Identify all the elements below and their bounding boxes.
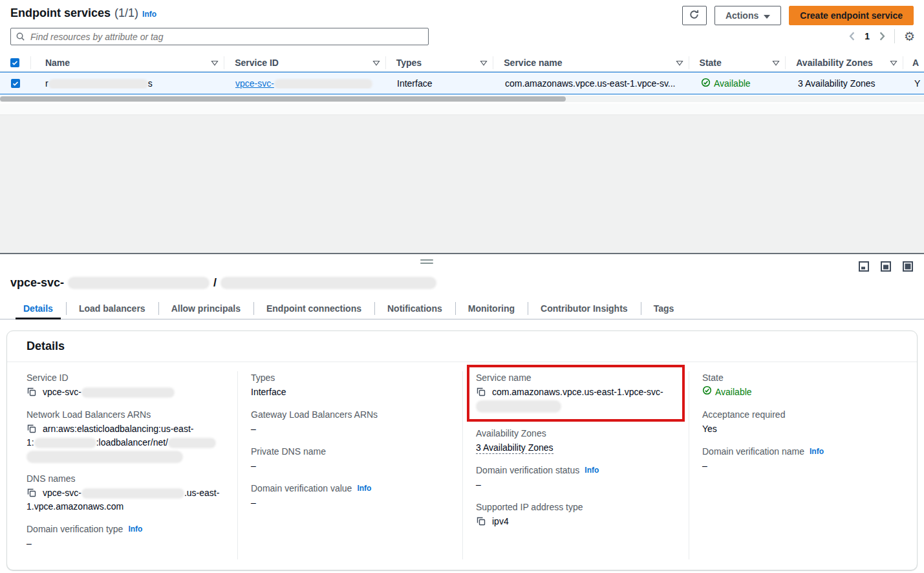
availability-zones-link[interactable]: 3 Availability Zones xyxy=(798,78,876,89)
next-page-icon[interactable] xyxy=(879,32,885,41)
field-acceptance-required: Acceptance required Yes xyxy=(702,408,904,436)
status-badge: Available xyxy=(701,78,751,89)
copy-icon[interactable] xyxy=(27,488,37,498)
service-id-link[interactable]: vpce-svc- xyxy=(235,78,372,89)
select-all-checkbox[interactable] xyxy=(10,58,19,67)
redacted-text xyxy=(69,278,208,288)
tab-notifications[interactable]: Notifications xyxy=(374,298,455,319)
redacted-text xyxy=(83,490,183,497)
column-header-service-name[interactable]: Service name xyxy=(493,56,689,69)
cell-name: rs xyxy=(31,78,225,89)
preferences-gear-icon[interactable]: ⚙ xyxy=(904,30,915,43)
field-glb-arns: Gateway Load Balancers ARNs – xyxy=(251,408,449,436)
scrollbar-thumb[interactable] xyxy=(0,96,566,102)
split-panel-drag-handle[interactable] xyxy=(420,259,433,266)
copy-icon[interactable] xyxy=(27,424,37,434)
cell-availability-zones: 3 Availability Zones xyxy=(788,78,905,89)
tab-load-balancers[interactable]: Load balancers xyxy=(66,298,158,319)
result-count: (1/1) xyxy=(114,6,138,20)
table-row: rs vpce-svc- Interface com.amazonaws.vpc… xyxy=(0,72,924,94)
availability-zones-link[interactable]: 3 Availability Zones xyxy=(476,442,553,454)
tab-allow-principals[interactable]: Allow principals xyxy=(158,298,253,319)
refresh-icon xyxy=(689,9,700,22)
page-header: Endpoint services (1/1) Info xyxy=(10,6,156,20)
endpoint-services-table: Name Service ID Types Service name State… xyxy=(0,54,924,102)
field-availability-zones: Availability Zones 3 Availability Zones xyxy=(476,427,676,455)
field-domain-verification-type: Domain verification type Info – xyxy=(27,523,224,550)
tab-monitoring[interactable]: Monitoring xyxy=(455,298,528,319)
info-link[interactable]: Info xyxy=(357,482,371,495)
actions-button[interactable]: Actions xyxy=(714,6,781,25)
page-background xyxy=(0,115,924,253)
details-card-title: Details xyxy=(7,331,917,362)
filter-icon[interactable] xyxy=(372,58,380,68)
details-column-1: Service ID vpce-svc- Network Load Balanc… xyxy=(7,371,238,559)
filter-icon[interactable] xyxy=(772,58,780,68)
tab-endpoint-connections[interactable]: Endpoint connections xyxy=(253,298,374,319)
tab-bar: Details Load balancers Allow principals … xyxy=(0,298,924,319)
filter-icon[interactable] xyxy=(890,58,897,68)
column-header-truncated[interactable]: A xyxy=(903,56,924,69)
tab-contributor-insights[interactable]: Contributor Insights xyxy=(528,298,641,319)
redacted-text xyxy=(222,278,435,288)
copy-icon[interactable] xyxy=(476,387,486,397)
header-buttons: Actions Create endpoint service xyxy=(682,6,914,25)
row-checkbox[interactable] xyxy=(11,79,20,88)
tab-details[interactable]: Details xyxy=(10,298,66,319)
redacted-text xyxy=(36,439,95,447)
filter-icon[interactable] xyxy=(480,58,488,68)
search-input[interactable] xyxy=(10,28,429,45)
redacted-text xyxy=(169,439,215,447)
redacted-text xyxy=(477,402,560,411)
copy-icon[interactable] xyxy=(476,516,486,526)
info-link[interactable]: Info xyxy=(585,464,599,477)
split-panel-layout-controls xyxy=(858,261,914,272)
refresh-button[interactable] xyxy=(682,6,707,25)
copy-icon[interactable] xyxy=(27,387,37,397)
tab-tags[interactable]: Tags xyxy=(641,298,687,319)
info-link[interactable]: Info xyxy=(128,523,142,535)
row-checkbox-cell xyxy=(0,79,31,88)
field-nlb-arns: Network Load Balancers ARNs arn:aws:elas… xyxy=(27,408,224,463)
create-endpoint-service-button[interactable]: Create endpoint service xyxy=(789,6,914,25)
page-title: Endpoint services xyxy=(10,6,111,20)
column-header-types[interactable]: Types xyxy=(386,56,494,69)
check-circle-icon xyxy=(702,385,712,399)
status-badge: Available xyxy=(702,385,752,399)
panel-position-full-icon[interactable] xyxy=(902,261,914,272)
cell-service-name: com.amazonaws.vpce.us-east-1.vpce-sv... xyxy=(495,78,691,89)
details-column-2: Types Interface Gateway Load Balancers A… xyxy=(238,371,463,559)
field-domain-verification-value: Domain verification value Info – xyxy=(251,482,449,510)
filter-icon[interactable] xyxy=(676,58,683,68)
page-number[interactable]: 1 xyxy=(862,31,872,41)
panel-position-bottom-small-icon[interactable] xyxy=(858,261,870,272)
info-link[interactable]: Info xyxy=(142,10,156,19)
redacted-text xyxy=(83,389,173,396)
details-card-body: Service ID vpce-svc- Network Load Balanc… xyxy=(7,362,917,570)
field-supported-ip-address-type: Supported IP address type ipv4 xyxy=(476,501,676,528)
field-service-id: Service ID vpce-svc- xyxy=(27,371,224,399)
split-panel-title: vpce-svc- / xyxy=(10,276,914,290)
table-header: Name Service ID Types Service name State… xyxy=(0,54,924,72)
previous-page-icon[interactable] xyxy=(849,32,855,41)
cell-service-id: vpce-svc- xyxy=(225,78,387,89)
field-domain-verification-status: Domain verification status Info – xyxy=(476,464,676,492)
filter-icon[interactable] xyxy=(211,58,219,68)
service-name-highlight-box: Service name com.amazonaws.vpce.us-east-… xyxy=(467,365,685,422)
column-header-service-id[interactable]: Service ID xyxy=(224,56,385,69)
info-link[interactable]: Info xyxy=(810,445,824,458)
field-state: State Available xyxy=(702,371,904,399)
field-dns-names: DNS names vpce-svc-.us-east- 1.vpce.amaz… xyxy=(27,472,224,514)
check-circle-icon xyxy=(701,78,711,89)
split-panel: vpce-svc- / Details Load balancers Allow… xyxy=(0,253,924,572)
cell-acceptance-truncated: Y xyxy=(905,78,924,89)
column-header-availability-zones[interactable]: Availability Zones xyxy=(786,56,903,69)
cell-types: Interface xyxy=(387,78,495,89)
field-service-name: Service name com.amazonaws.vpce.us-east-… xyxy=(476,371,676,413)
cell-state: Available xyxy=(691,78,788,89)
panel-position-bottom-half-icon[interactable] xyxy=(880,261,892,272)
horizontal-scrollbar[interactable] xyxy=(0,96,924,102)
column-header-name[interactable]: Name xyxy=(31,56,224,69)
pagination: 1 ⚙ xyxy=(849,29,915,43)
column-header-state[interactable]: State xyxy=(689,56,786,69)
